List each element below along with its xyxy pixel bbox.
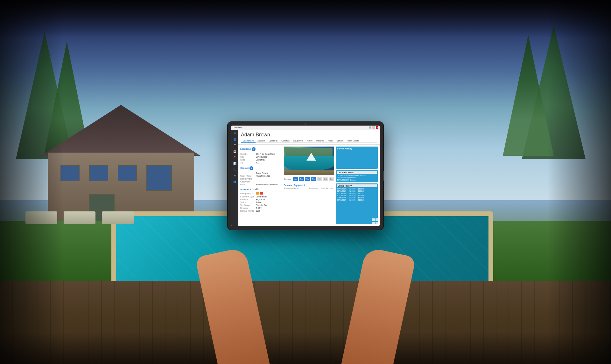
tab-service[interactable]: Service bbox=[335, 139, 346, 143]
title-bar: Customers — □ ✕ bbox=[231, 126, 380, 130]
tab-pictures[interactable]: Pictures bbox=[314, 139, 326, 143]
tab-pools[interactable]: Pools bbox=[326, 139, 334, 143]
reward-points-value: 3200 bbox=[256, 210, 282, 212]
contact-section: Contact 1 + Adam Brown bbox=[240, 166, 282, 186]
equipment-table-header: Equipment Name Expiration Last Serviced bbox=[284, 187, 334, 190]
balance-row: Balance $1,049.79 bbox=[240, 198, 282, 201]
billing-amt-5: $125.00 bbox=[358, 197, 366, 199]
pool-preview-image bbox=[284, 147, 334, 175]
email-label: Email bbox=[240, 183, 255, 186]
equip-col-serviced: Last Serviced bbox=[321, 187, 334, 189]
zip-label: Zip bbox=[240, 161, 255, 164]
account-section: Account # cu-89 Billing Method bbox=[240, 188, 282, 213]
day-wed[interactable]: Wed bbox=[305, 177, 310, 181]
status-label: Status bbox=[240, 201, 255, 203]
day-sat[interactable]: Sat bbox=[323, 177, 328, 181]
day-thu[interactable]: Thu bbox=[311, 177, 316, 181]
equip-col-name: Equipment Name bbox=[284, 187, 308, 189]
pool-img-ground bbox=[284, 170, 334, 175]
minimize-button[interactable]: — bbox=[369, 126, 371, 129]
tab-work-orders[interactable]: Work Orders bbox=[345, 139, 361, 143]
locations-title: Locations bbox=[240, 148, 251, 150]
contact-homephone-row: Home Phone bbox=[240, 178, 282, 180]
locations-action[interactable]: + bbox=[280, 148, 282, 150]
day-mon[interactable]: Mon bbox=[293, 177, 298, 181]
maximize-button[interactable]: □ bbox=[372, 126, 375, 129]
sidebar-icon-calendar[interactable]: 📅 bbox=[233, 149, 237, 154]
content-area: Locations 1 + Street 1 134 N Le Doux Roa… bbox=[238, 145, 380, 226]
day-fri[interactable]: Fri bbox=[317, 177, 322, 181]
close-button[interactable]: ✕ bbox=[376, 126, 378, 129]
note-item-2: 01/10/2015 Replace net bbox=[337, 177, 377, 179]
billing-inv-2: IN-5520 bbox=[349, 190, 357, 192]
win-square-1 bbox=[372, 218, 375, 221]
locations-section: Locations 1 + Street 1 134 N Le Doux Roa… bbox=[240, 147, 282, 164]
house-window-4 bbox=[146, 165, 172, 191]
contact-cellphone-row: Cell Phone bbox=[240, 181, 282, 183]
tab-dashboard[interactable]: Dashboard bbox=[241, 139, 256, 143]
tablet-power-button[interactable] bbox=[383, 171, 384, 181]
day-sun[interactable]: Sun bbox=[329, 177, 334, 181]
tab-locations[interactable]: Locations bbox=[267, 139, 279, 143]
homephone-label: Home Phone bbox=[240, 178, 255, 180]
homephone-value bbox=[256, 178, 282, 180]
tablet-container: Customers — □ ✕ ⊞ 👤 ☰ 📅 📍 bbox=[228, 122, 383, 230]
middle-panel: Serviced Mon Tue Wed Thu Fri Sat Sun bbox=[284, 147, 334, 224]
house-roof bbox=[41, 105, 200, 156]
customer-type-row: Customer Type Commercial bbox=[240, 196, 282, 198]
tab-contacts[interactable]: Contacts bbox=[279, 139, 291, 143]
account-number: cu-89 bbox=[253, 188, 258, 190]
dark-overlay-right bbox=[547, 0, 611, 364]
sidebar-icon-home[interactable]: ⊞ bbox=[233, 131, 237, 136]
billing-date-5: 09/05/2017 bbox=[337, 197, 348, 199]
sidebar-icon-chart[interactable]: 📊 bbox=[233, 161, 237, 166]
sidebar: ⊞ 👤 ☰ 📅 📍 📊 📞 ⚙ 👥 bbox=[231, 130, 238, 226]
customer-notes-section: Customer Notes 01/10/2015 Customer needs… bbox=[336, 170, 378, 182]
billing-method-value bbox=[256, 192, 282, 195]
billing-inv-5: IN-5595 bbox=[349, 197, 357, 199]
day-tue[interactable]: Tue bbox=[299, 177, 304, 181]
cellphone-value bbox=[256, 181, 282, 183]
win-square-3 bbox=[372, 222, 375, 225]
window-title: Customers bbox=[233, 127, 242, 128]
billing-title: Billing History bbox=[337, 184, 377, 187]
billing-date-1: 12/05/2017 bbox=[337, 188, 348, 190]
dark-overlay-top bbox=[0, 0, 611, 38]
sidebar-icon-map[interactable]: 📍 bbox=[233, 155, 237, 160]
credit-card-icon-2 bbox=[260, 192, 263, 195]
cellphone-label: Cell Phone bbox=[240, 181, 255, 183]
workphone-label: Work Phone bbox=[240, 175, 255, 177]
sidebar-icon-list[interactable]: ☰ bbox=[233, 143, 237, 148]
notes-title: Customer Notes bbox=[337, 171, 377, 174]
sidebar-icon-phone[interactable]: 📞 bbox=[233, 168, 237, 172]
tab-notes[interactable]: Notes bbox=[305, 139, 314, 143]
state-value: California bbox=[256, 159, 282, 161]
zip-value: 90211 bbox=[256, 161, 282, 164]
billing-inv-6: IN-5595 bbox=[349, 199, 357, 201]
balance-label: Balance bbox=[240, 198, 255, 201]
dark-overlay-left bbox=[0, 0, 64, 364]
serviced-days-row: Serviced Mon Tue Wed Thu Fri Sat Sun bbox=[284, 176, 334, 182]
city-label: City bbox=[240, 156, 255, 158]
customer-equipment-section: Customer Equipment Equipment Name Expira… bbox=[284, 183, 334, 191]
windows-logo bbox=[372, 218, 378, 225]
billing-date-2: 11/05/2017 bbox=[337, 190, 348, 192]
billing-amt-6: $125.00 bbox=[358, 199, 366, 201]
workphone-value: (213) 555-1212 bbox=[256, 175, 282, 177]
tab-account[interactable]: Account bbox=[256, 139, 267, 143]
billing-row-6: 08/05/2017 IN-5595 $125.00 bbox=[337, 199, 377, 201]
billing-amt-2: $125.00 bbox=[358, 190, 366, 192]
contact-name-value: Adam Brown bbox=[256, 172, 282, 174]
discount-value: 0.00 % bbox=[256, 207, 282, 209]
sidebar-icon-account[interactable]: 👥 bbox=[233, 180, 237, 184]
right-panel: Service History Customer Notes 01/10/201… bbox=[336, 147, 378, 224]
customer-name: Adam Brown bbox=[241, 132, 377, 138]
sidebar-icon-customers[interactable]: 👤 bbox=[233, 137, 237, 142]
sidebar-icon-settings[interactable]: ⚙ bbox=[233, 174, 237, 178]
customer-type-value: Commercial bbox=[256, 196, 282, 198]
left-hand bbox=[195, 247, 270, 364]
street-value: 134 N Le Doux Road bbox=[256, 153, 282, 155]
tab-equipment[interactable]: Equipment bbox=[291, 139, 305, 143]
house-window-2 bbox=[89, 165, 108, 181]
contact-action[interactable]: + bbox=[280, 167, 282, 169]
